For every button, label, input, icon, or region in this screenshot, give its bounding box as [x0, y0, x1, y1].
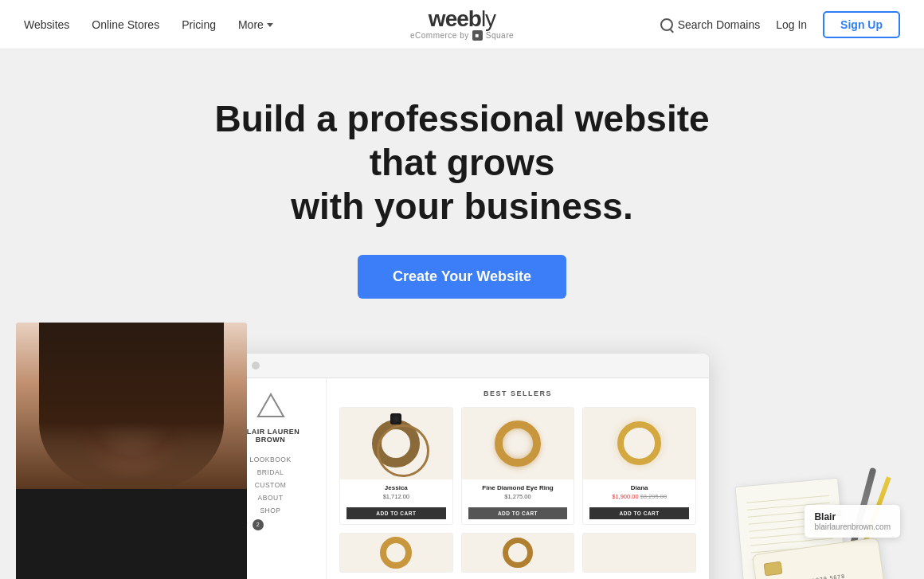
blair-name: Blair: [814, 511, 891, 522]
hero-visual: BLAIR LAUREN BROWN LOOKBOOK BRIDAL CUSTO…: [16, 338, 908, 579]
product-info-fine-diamond: Fine Diamond Eye Ring $1,275.00 ADD TO C…: [462, 479, 574, 524]
ring-icon-3: [617, 421, 661, 465]
create-website-button[interactable]: Create Your Website: [358, 255, 566, 299]
chevron-down-icon: [267, 23, 273, 27]
product-name: Jessica: [346, 484, 446, 491]
product-name: Diana: [589, 484, 689, 491]
login-button[interactable]: Log In: [776, 18, 807, 31]
card-chip: [764, 561, 783, 576]
main-nav: Websites Online Stores Pricing More: [24, 18, 273, 31]
product-image-diana: [583, 408, 695, 479]
product-partial-2: [461, 533, 575, 573]
site-main-content: BEST SELLERS: [327, 378, 709, 579]
hero-title: Build a professional website that grows …: [183, 97, 741, 229]
product-card-fine-diamond: Fine Diamond Eye Ring $1,275.00 ADD TO C…: [461, 407, 575, 525]
product-price: $1,275.00: [468, 493, 568, 500]
original-price: $3,295.00: [640, 493, 667, 500]
cart-badge: 2: [253, 519, 264, 530]
ring-icon-2: [495, 421, 541, 467]
product-price: $1,712.00: [346, 493, 446, 500]
gem-icon: [390, 413, 401, 424]
browser-mockup: BLAIR LAUREN BROWN LOOKBOOK BRIDAL CUSTO…: [215, 354, 709, 579]
square-icon: ■: [472, 30, 483, 41]
logo-subtitle: eCommerce by ■ Square: [410, 30, 514, 41]
add-to-cart-jessica[interactable]: ADD TO CART: [346, 507, 446, 519]
blair-url: blairlaurenbrown.com: [814, 522, 891, 531]
signup-button[interactable]: Sign Up: [823, 11, 900, 38]
product-price: $1,900.00 $3,295.00: [589, 493, 689, 500]
product-card-jessica: Jessica $1,712.00 ADD TO CART: [339, 407, 453, 525]
browser-content: BLAIR LAUREN BROWN LOOKBOOK BRIDAL CUSTO…: [215, 378, 709, 579]
products-grid: Jessica $1,712.00 ADD TO CART Fine: [339, 407, 696, 525]
product-card-diana: Diana $1,900.00 $3,295.00 ADD TO CART: [582, 407, 696, 525]
sale-price: $1,900.00: [612, 493, 638, 500]
nav-more[interactable]: More: [238, 18, 273, 31]
search-icon: [660, 18, 673, 31]
product-name: Fine Diamond Eye Ring: [468, 484, 568, 491]
nav-online-stores[interactable]: Online Stores: [92, 18, 159, 31]
svg-marker-0: [258, 394, 284, 417]
browser-dot-3: [252, 362, 260, 370]
logo-wordmark: weebly: [410, 8, 514, 30]
browser-bar: [215, 354, 709, 378]
header-actions: Search Domains Log In Sign Up: [660, 11, 900, 38]
blair-info-box: Blair blairlaurenbrown.com: [805, 505, 900, 538]
nav-pricing[interactable]: Pricing: [182, 18, 216, 31]
card-number: 4417 1239 5678: [766, 569, 873, 579]
product-image-jessica: [340, 408, 452, 479]
add-to-cart-fine-diamond[interactable]: ADD TO CART: [468, 507, 568, 519]
desk-decoration: 4417 1239 5678: [733, 354, 892, 579]
ring-icon-1: [372, 420, 420, 468]
search-domains-button[interactable]: Search Domains: [660, 18, 761, 31]
products-row2: [339, 533, 696, 573]
hero-section: Build a professional website that grows …: [0, 49, 924, 579]
section-label: BEST SELLERS: [339, 389, 696, 397]
site-logo[interactable]: weebly eCommerce by ■ Square: [410, 8, 514, 41]
person-photo: [16, 323, 247, 579]
add-to-cart-diana[interactable]: ADD TO CART: [589, 507, 689, 519]
product-image-fine-diamond: [462, 408, 574, 479]
nav-websites[interactable]: Websites: [24, 18, 69, 31]
product-partial-1: [339, 533, 453, 573]
product-partial-3: [582, 533, 696, 573]
site-logo-triangle-icon: [256, 393, 285, 418]
product-info-diana: Diana $1,900.00 $3,295.00 ADD TO CART: [583, 479, 695, 524]
product-info-jessica: Jessica $1,712.00 ADD TO CART: [340, 479, 452, 524]
header: Websites Online Stores Pricing More weeb…: [0, 0, 924, 49]
